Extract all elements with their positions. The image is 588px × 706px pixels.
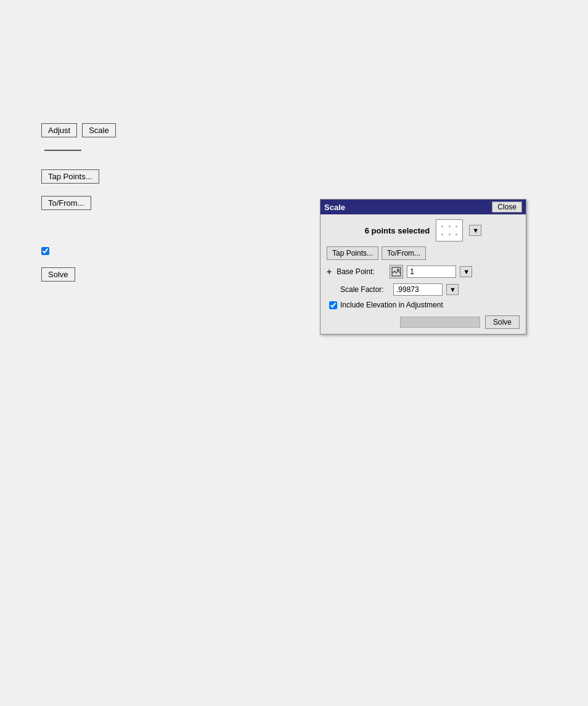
include-elevation-row — [41, 247, 116, 255]
dot-5 — [449, 233, 451, 235]
to-from-button[interactable]: To/From... — [41, 196, 91, 210]
dot-2 — [449, 225, 451, 227]
include-elevation-checkbox[interactable] — [41, 247, 49, 255]
dot-4 — [441, 233, 443, 235]
to-from-row: To/From... — [41, 196, 116, 210]
dot-1 — [441, 225, 443, 227]
progress-bar — [400, 317, 480, 328]
dialog-solve-button[interactable]: Solve — [485, 315, 520, 329]
image-icon — [391, 267, 401, 277]
preview-box — [436, 219, 463, 241]
svg-point-1 — [397, 269, 399, 271]
adjust-button[interactable]: Adjust — [41, 123, 77, 137]
solve-button[interactable]: Solve — [41, 267, 75, 282]
base-point-image-button[interactable] — [390, 265, 403, 278]
solve-row: Solve — [41, 267, 116, 282]
dialog-titlebar: Scale Close — [321, 200, 526, 214]
base-point-dropdown-button[interactable]: ▼ — [460, 266, 472, 277]
scale-dialog: Scale Close 6 points selected ▼ Tap Poin… — [320, 199, 526, 335]
dialog-body: 6 points selected ▼ Tap Points... To/Fro… — [321, 214, 526, 334]
points-selected-text: 6 points selected — [365, 226, 430, 235]
dialog-title: Scale — [324, 203, 345, 212]
preview-dropdown-button[interactable]: ▼ — [469, 225, 481, 236]
toolbar-row: Adjust Scale — [41, 123, 116, 137]
dot-6 — [455, 233, 457, 235]
dot-3 — [455, 225, 457, 227]
dialog-to-from-button[interactable]: To/From... — [382, 246, 426, 260]
underline-divider — [44, 150, 81, 151]
scale-button[interactable]: Scale — [82, 123, 116, 137]
left-panel: Adjust Scale Tap Points... To/From... So… — [41, 123, 116, 282]
plus-icon: + — [327, 267, 332, 277]
dialog-tap-points-button[interactable]: Tap Points... — [327, 246, 378, 260]
base-point-input[interactable] — [407, 266, 456, 278]
dialog-close-button[interactable]: Close — [492, 201, 522, 213]
dialog-include-elevation-checkbox[interactable] — [329, 301, 337, 309]
scale-factor-label: Scale Factor: — [340, 285, 390, 294]
base-point-label: Base Point: — [337, 267, 386, 276]
preview-dots — [439, 222, 460, 238]
points-selected-row: 6 points selected ▼ — [327, 219, 520, 241]
dialog-solve-row: Solve — [327, 315, 520, 329]
tap-points-row: Tap Points... — [41, 169, 116, 184]
tap-points-button[interactable]: Tap Points... — [41, 169, 99, 184]
dialog-action-row: Tap Points... To/From... — [327, 246, 520, 260]
dialog-include-elevation-label: Include Elevation in Adjustment — [340, 301, 443, 309]
scale-factor-dropdown-button[interactable]: ▼ — [446, 284, 459, 295]
dialog-include-elevation-row: Include Elevation in Adjustment — [329, 301, 520, 309]
base-point-row: + Base Point: ▼ — [327, 265, 520, 278]
scale-factor-input[interactable] — [393, 283, 443, 296]
scale-factor-row: Scale Factor: ▼ — [327, 283, 520, 296]
